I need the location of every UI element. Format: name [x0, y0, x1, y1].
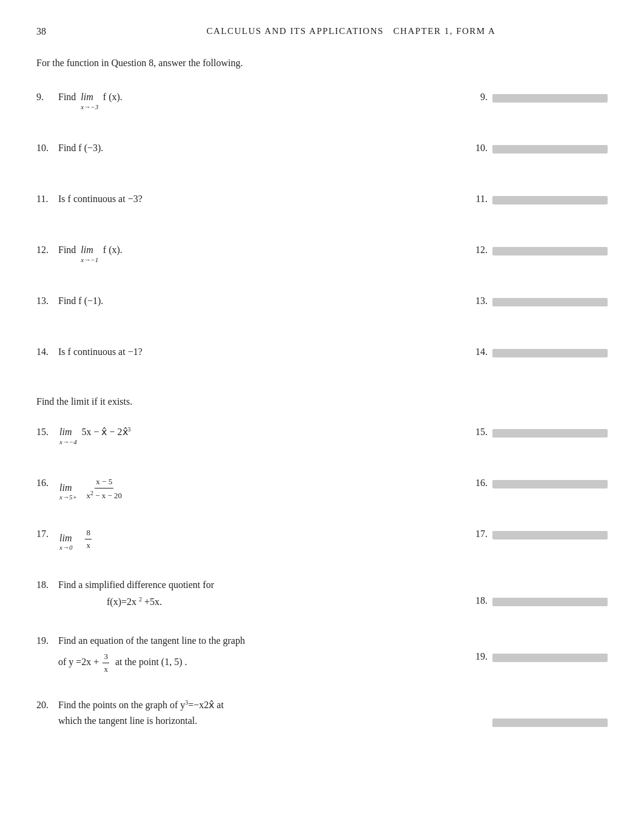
fraction: 3 x — [102, 651, 109, 675]
page-number: 38 — [36, 24, 46, 39]
answer-area: 15. — [474, 424, 608, 442]
answer-area: 11. — [474, 191, 608, 209]
answer-label: 17. — [475, 527, 488, 541]
question-row: 20. Find the points on the graph of y3=−… — [36, 697, 608, 728]
answer-line — [492, 196, 608, 205]
answer-line — [492, 429, 608, 438]
question-body: limx→−4 5x − x̂ − 2x̂3 — [58, 424, 462, 445]
intro-text: For the function in Question 8, answer t… — [36, 56, 608, 70]
question-body: Find the points on the graph of y3=−x2x̂… — [58, 697, 462, 728]
answer-area: 10. — [474, 140, 608, 158]
question-number: 20. — [36, 697, 58, 712]
answer-row: 14. — [475, 345, 608, 362]
question-number: 13. — [36, 292, 58, 308]
answer-area: 9. — [474, 89, 608, 107]
lim-notation: limx→−3 — [81, 90, 93, 104]
question-number: 9. — [36, 89, 58, 104]
answer-label: 19. — [475, 649, 488, 664]
section-title: Find the limit if it exists. — [36, 394, 608, 409]
answer-row: 11. — [476, 192, 608, 209]
answer-line — [492, 718, 608, 727]
question-number: 10. — [36, 140, 58, 155]
answer-label: 12. — [475, 243, 488, 257]
answer-label: 9. — [480, 90, 488, 104]
lim-notation: limx→0 — [59, 531, 72, 546]
question-row: 15. limx→−4 5x − x̂ − 2x̂3 15. — [36, 424, 608, 453]
answer-area — [474, 697, 608, 727]
question-body: Is f continuous at −1? — [58, 343, 462, 359]
question-body: limx→0 8 x — [58, 526, 462, 552]
question-row: 19. Find an equation of the tangent line… — [36, 632, 608, 675]
answer-label: 14. — [475, 345, 488, 359]
answer-row: 17. — [475, 527, 608, 544]
answer-area: 19. — [474, 632, 608, 666]
answer-row: 16. — [475, 476, 608, 493]
question-row: 18. Find a simplified difference quotien… — [36, 576, 608, 610]
question-number: 17. — [36, 526, 58, 541]
question-body: Find f (−1). — [58, 292, 462, 308]
question-row: 14. Is f continuous at −1? 14. — [36, 343, 608, 373]
question-number: 19. — [36, 632, 58, 648]
q20-line2: which the tangent line is horizontal. — [58, 714, 462, 728]
answer-row: 15. — [475, 425, 608, 442]
question-body: limx→5+ x − 5 x2 − x − 20 — [58, 475, 462, 501]
answer-line — [492, 598, 608, 606]
question-number: 12. — [36, 242, 58, 257]
answer-line — [492, 654, 608, 662]
answer-area: 13. — [474, 292, 608, 311]
answer-area: 18. — [474, 576, 608, 610]
question-body: Find f (−3). — [58, 140, 462, 155]
answer-row — [488, 718, 608, 727]
question-body: Find a simplified difference quotient fo… — [58, 576, 462, 609]
answer-line — [492, 349, 608, 357]
answer-line — [492, 94, 608, 103]
answer-label: 16. — [475, 476, 488, 490]
answer-label: 11. — [476, 192, 488, 206]
answer-row: 12. — [475, 243, 608, 260]
page-header: 38 CALCULUS AND ITS APPLICATIONS Chapter… — [36, 24, 608, 39]
question-row: 13. Find f (−1). 13. — [36, 292, 608, 322]
question-number: 14. — [36, 343, 58, 359]
answer-row: 9. — [480, 90, 608, 107]
question-row: 10. Find f (−3). 10. — [36, 140, 608, 169]
answer-label: 10. — [475, 141, 488, 155]
answer-line — [492, 247, 608, 255]
answer-label: 13. — [475, 294, 488, 308]
answer-row: 19. — [475, 649, 608, 666]
question-body: Is f continuous at −3? — [58, 191, 462, 206]
question-row: 17. limx→0 8 x 17. — [36, 526, 608, 555]
answer-area: 17. — [474, 526, 608, 544]
q18-formula: f(x)=2x 2 +5x. — [107, 595, 462, 609]
lim-notation: limx→−1 — [81, 243, 93, 257]
question-number: 16. — [36, 475, 58, 490]
question-body: Find an equation of the tangent line to … — [58, 632, 462, 675]
fraction: x − 5 x2 − x − 20 — [85, 476, 123, 501]
q19-formula: of y =2x + 3 x at the point (1, 5) . — [58, 651, 462, 675]
answer-label: 18. — [475, 593, 488, 608]
answer-area: 14. — [474, 343, 608, 362]
answer-area: 16. — [474, 475, 608, 493]
question-body: Find limx→−3 f (x). — [58, 89, 462, 110]
answer-label: 15. — [475, 425, 488, 439]
header-title: CALCULUS AND ITS APPLICATIONS Chapter 1,… — [46, 24, 608, 38]
question-row: 9. Find limx→−3 f (x). 9. — [36, 89, 608, 118]
question-number: 18. — [36, 576, 58, 592]
answer-line — [492, 298, 608, 306]
question-row: 11. Is f continuous at −3? 11. — [36, 191, 608, 220]
answer-area: 12. — [474, 242, 608, 260]
fraction: 8 x — [85, 527, 92, 551]
question-number: 11. — [36, 191, 58, 206]
question-row: 12. Find limx→−1 f (x). 12. — [36, 242, 608, 271]
question-row: 16. limx→5+ x − 5 x2 − x − 20 16. — [36, 475, 608, 504]
answer-line — [492, 531, 608, 539]
answer-line — [492, 145, 608, 154]
answer-row: 13. — [475, 294, 608, 311]
answer-row: 18. — [475, 593, 608, 610]
lim-notation: limx→−4 — [59, 425, 72, 439]
answer-line — [492, 480, 608, 488]
lim-notation: limx→5+ — [59, 481, 72, 495]
answer-row: 10. — [475, 141, 608, 158]
question-number: 15. — [36, 424, 58, 439]
question-body: Find limx→−1 f (x). — [58, 242, 462, 263]
